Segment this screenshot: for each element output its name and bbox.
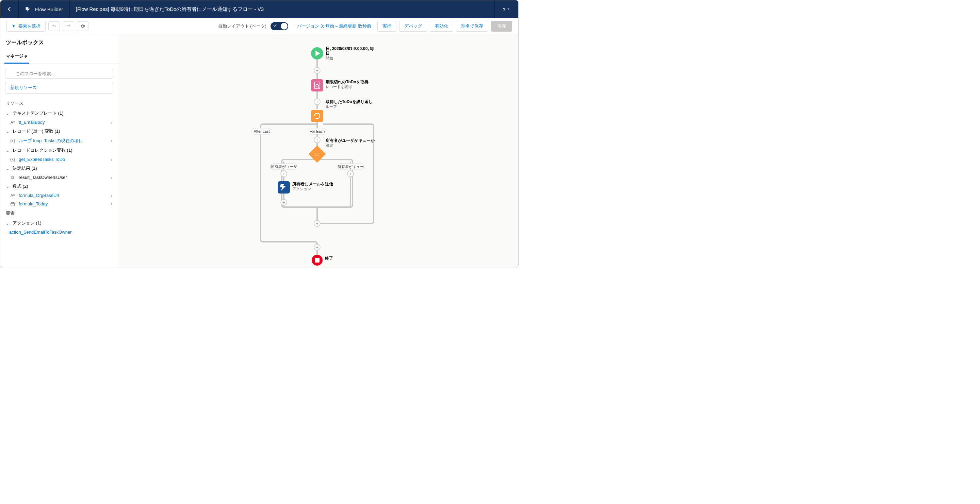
item-formula-today[interactable]: formula_Today › xyxy=(0,200,118,208)
end-node[interactable] xyxy=(312,255,323,266)
activate-button[interactable]: 有効化 xyxy=(430,21,453,32)
add-node-button[interactable]: + xyxy=(314,98,320,105)
decision-left-label: 所有者がユーザ xyxy=(270,163,297,170)
add-node-button[interactable]: + xyxy=(314,220,320,227)
svg-rect-1 xyxy=(11,202,14,205)
group-text-template[interactable]: ⌄ テキストテンプレート (1) xyxy=(0,108,118,118)
start-label-2: 日 xyxy=(326,51,330,56)
action-title: 所有者にメールを送信 xyxy=(292,182,333,186)
toolbar: 要素を選択 自動レイアウト (ベータ) バージョン 3: 無効 – 最終更新 数… xyxy=(0,18,518,34)
svg-rect-42 xyxy=(315,258,320,263)
chevron-down-icon: ⌄ xyxy=(6,184,10,189)
svg-text:所有者がユーザ: 所有者がユーザ xyxy=(271,165,297,169)
version-label[interactable]: バージョン 3: 無効 – 最終更新 数秒前 xyxy=(297,23,371,29)
group-record-single[interactable]: ⌄ レコード (単一) 変数 (1) xyxy=(0,127,118,136)
add-node-button[interactable]: + xyxy=(314,137,320,143)
record-icon: {x} xyxy=(9,157,16,162)
loop-for-each-label: For Each xyxy=(308,128,326,134)
loop-after-last-label: After Last xyxy=(251,128,272,134)
add-node-button[interactable]: + xyxy=(281,199,287,205)
chevron-right-icon: › xyxy=(111,193,112,198)
decision-right-label: 所有者がキュー xyxy=(337,163,364,170)
svg-text:所有者がキュー: 所有者がキュー xyxy=(337,165,364,169)
chevron-right-icon: › xyxy=(111,120,112,125)
record-icon: {x} xyxy=(9,138,16,143)
item-action-sendemail[interactable]: action_SendEmailToTaskOwner xyxy=(0,228,118,236)
item-tt-emailbody[interactable]: Aa tt_EmailBody › xyxy=(0,118,118,127)
add-node-button[interactable]: + xyxy=(347,171,353,177)
svg-text:For Each: For Each xyxy=(310,129,325,133)
search-input[interactable] xyxy=(5,69,113,79)
item-get-expired[interactable]: {x} get_ExpiredTasks ToDo › xyxy=(0,155,118,163)
chevron-down-icon: ⌄ xyxy=(6,111,10,116)
item-result-owner[interactable]: ⧉ result_TaskOwnerIsUser › xyxy=(0,173,118,182)
help-button[interactable]: ? xyxy=(495,0,518,18)
start-label-1: 日, 2020/03/01 9:00:00, 毎 xyxy=(326,46,374,51)
item-loop-current[interactable]: {x} ループ loop_Tasks の現在の項目 › xyxy=(0,136,118,146)
debug-button[interactable]: デバッグ xyxy=(399,21,427,32)
save-as-button[interactable]: 別名で保存 xyxy=(456,21,488,32)
toggle-knob xyxy=(281,23,288,30)
back-button[interactable] xyxy=(0,0,19,18)
toolbox-tabs: マネージャ xyxy=(0,50,118,64)
svg-rect-13 xyxy=(311,79,323,92)
select-element-button[interactable]: 要素を選択 xyxy=(6,21,46,32)
new-resource-button[interactable]: 新規リソース xyxy=(5,82,113,94)
app-header: Flow Builder [Flow Recipes] 毎朝9時に期日を過ぎたT… xyxy=(0,0,518,18)
auto-layout-label: 自動レイアウト (ベータ) xyxy=(218,23,266,29)
chevron-right-icon: › xyxy=(111,201,112,206)
dec-sub: 決定 xyxy=(326,143,333,147)
text-icon: Aa xyxy=(9,120,16,125)
redo-button[interactable] xyxy=(63,21,74,31)
flow-canvas[interactable]: 日, 2020/03/01 9:00:00, 毎 日 開始 + 期限切れのToD xyxy=(118,34,518,268)
settings-button[interactable] xyxy=(77,21,89,31)
svg-text:+: + xyxy=(282,171,285,176)
auto-layout-toggle[interactable] xyxy=(270,22,288,30)
toolbox-title: ツールボックス xyxy=(0,34,118,50)
chevron-down-icon xyxy=(507,8,510,11)
loop-sub: ループ xyxy=(326,105,337,108)
check-icon xyxy=(273,24,277,29)
svg-text:+: + xyxy=(316,137,318,143)
add-node-button[interactable]: + xyxy=(281,171,287,177)
loop-title: 取得したToDoを繰り返し xyxy=(325,99,372,104)
get-title: 期限切れのToDoを取得 xyxy=(325,79,369,84)
start-node[interactable] xyxy=(311,47,323,60)
add-node-button[interactable]: + xyxy=(314,67,320,73)
svg-text:After Last: After Last xyxy=(253,129,269,133)
loop-node[interactable] xyxy=(311,110,323,122)
section-elements: 要素 xyxy=(0,208,118,218)
dec-title: 所有者がユーザかキューか xyxy=(325,138,375,143)
text-icon: Aa xyxy=(9,193,16,198)
save-button[interactable]: 保存 xyxy=(491,21,512,32)
group-record-collection[interactable]: ⌄ レコードコレクション変数 (1) xyxy=(0,146,118,155)
app-brand: Flow Builder xyxy=(19,0,70,18)
action-sub: アクション xyxy=(292,187,311,191)
group-formula[interactable]: ⌄ 数式 (2) xyxy=(0,182,118,191)
link-icon: ⧉ xyxy=(9,175,16,180)
group-decision-result[interactable]: ⌄ 決定結果 (1) xyxy=(0,163,118,173)
action-node[interactable] xyxy=(278,181,290,193)
redo-icon xyxy=(66,24,71,29)
chevron-down-icon: ⌄ xyxy=(6,166,10,171)
undo-button[interactable] xyxy=(48,21,60,31)
run-button[interactable]: 実行 xyxy=(377,21,396,32)
toolbox-sidebar: ツールボックス マネージャ 新規リソース リソース ⌄ テキストテンプレート (… xyxy=(0,34,118,268)
undo-icon xyxy=(52,24,56,29)
tab-manager[interactable]: マネージャ xyxy=(5,50,29,63)
svg-text:+: + xyxy=(316,244,318,250)
flow-title-text: [Flow Recipes] 毎朝9時に期日を過ぎたToDoの所有者にメール通知… xyxy=(76,6,264,13)
svg-text:+: + xyxy=(282,200,285,205)
chevron-right-icon: › xyxy=(111,157,112,162)
get-records-node[interactable] xyxy=(311,79,323,92)
group-action[interactable]: ⌄ アクション (1) xyxy=(0,218,118,228)
flow-title: [Flow Recipes] 毎朝9時に期日を過ぎたToDoの所有者にメール通知… xyxy=(70,0,495,18)
flow-builder-icon xyxy=(25,6,32,13)
item-formula-baseurl[interactable]: Aa formula_OrgBaseUrl › xyxy=(0,191,118,200)
add-node-button[interactable]: + xyxy=(314,244,320,250)
select-icon xyxy=(11,24,16,29)
app-name: Flow Builder xyxy=(35,6,63,12)
arrow-left-icon xyxy=(6,6,13,12)
svg-text:+: + xyxy=(316,221,318,226)
chevron-down-icon: ⌄ xyxy=(6,148,10,153)
